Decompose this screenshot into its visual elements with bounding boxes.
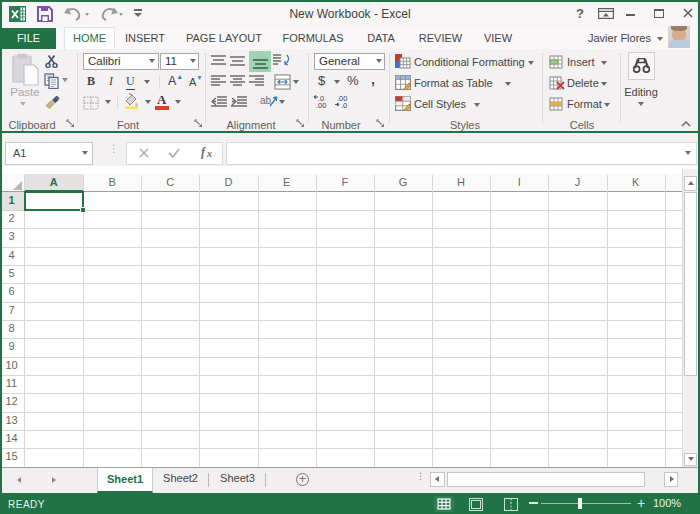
svg-text:.0: .0 <box>341 101 347 109</box>
svg-text:.00: .00 <box>316 101 326 109</box>
